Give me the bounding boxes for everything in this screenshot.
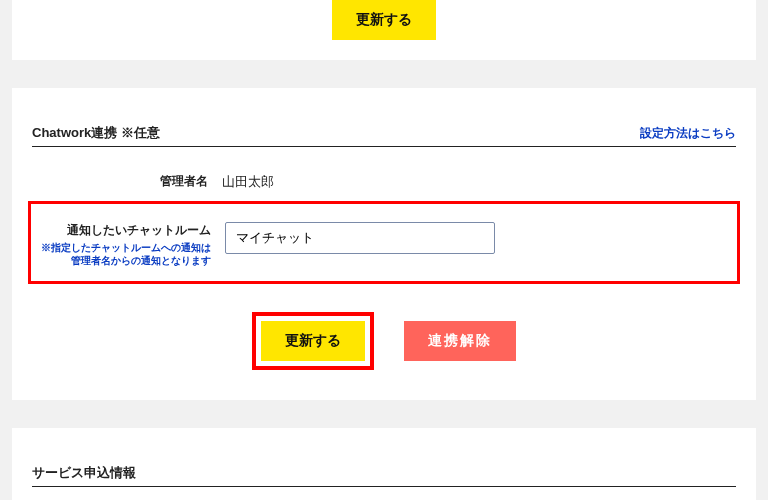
chatroom-row: 通知したいチャットルーム ※指定したチャットルームへの通知は管理者名からの通知と… (35, 212, 733, 273)
chatwork-panel: Chatwork連携 ※任意 設定方法はこちら 管理者名 山田太郎 通知したいチ… (12, 88, 756, 400)
admin-label: 管理者名 (32, 173, 208, 190)
chatwork-section-header: Chatwork連携 ※任意 設定方法はこちら (32, 88, 736, 147)
service-panel: サービス申込情報 現在の契約プラン スタンダード (12, 428, 756, 500)
service-section-title: サービス申込情報 (32, 464, 136, 482)
chatwork-unlink-button[interactable]: 連携解除 (404, 321, 516, 361)
chatwork-update-button[interactable]: 更新する (261, 321, 365, 361)
chatroom-input[interactable] (225, 222, 495, 254)
chatroom-highlight: 通知したいチャットルーム ※指定したチャットルームへの通知は管理者名からの通知と… (28, 201, 740, 284)
chatroom-label: 通知したいチャットルーム (35, 222, 211, 239)
top-panel-slice: 更新する (12, 0, 756, 60)
chatwork-fields: 管理者名 山田太郎 通知したいチャットルーム ※指定したチャットルームへの通知は… (32, 147, 736, 296)
plan-row: 現在の契約プラン スタンダード (32, 487, 736, 500)
service-section-header: サービス申込情報 (32, 428, 736, 487)
admin-value: 山田太郎 (222, 169, 736, 191)
chatwork-section-title: Chatwork連携 ※任意 (32, 124, 160, 142)
update-button-top[interactable]: 更新する (332, 0, 436, 40)
chatwork-button-row: 更新する 連携解除 (32, 296, 736, 400)
admin-row: 管理者名 山田太郎 (32, 163, 736, 197)
chatroom-note: ※指定したチャットルームへの通知は管理者名からの通知となります (35, 241, 211, 267)
chatwork-help-link[interactable]: 設定方法はこちら (640, 125, 736, 142)
update-button-highlight: 更新する (252, 312, 374, 370)
